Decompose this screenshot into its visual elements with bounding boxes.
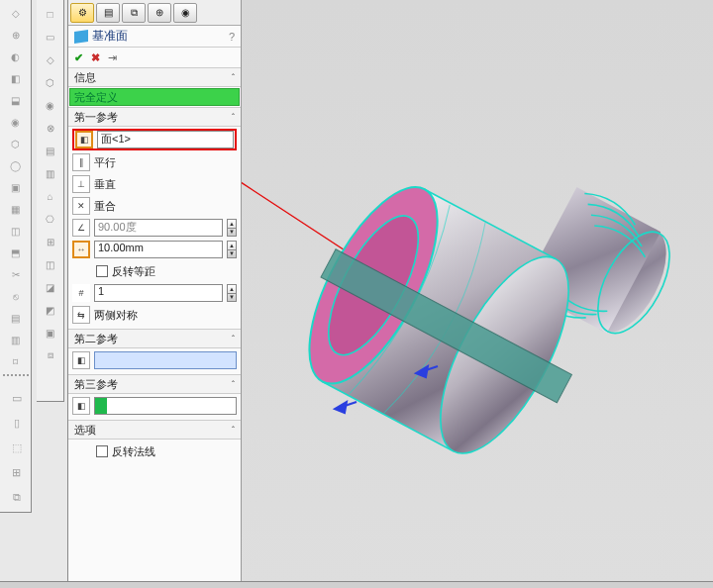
bottom-border: [0, 581, 713, 588]
tool-icon[interactable]: ⎔: [39, 209, 62, 229]
tool-icon[interactable]: ◇: [2, 4, 30, 22]
tab-featuremanager[interactable]: ⚙: [70, 3, 94, 23]
chevron-up-icon: ˆ: [232, 72, 235, 82]
selection-input[interactable]: 面<1>: [97, 131, 234, 148]
tool-icon[interactable]: ◪: [39, 277, 62, 297]
tool-icon[interactable]: ⧈: [39, 345, 62, 365]
tool-icon[interactable]: ▭: [39, 27, 62, 47]
face-selection-icon[interactable]: ◧: [72, 397, 90, 415]
confirmation-row: ✔ ✖ ⇥: [68, 48, 241, 67]
selection-input[interactable]: [94, 351, 237, 369]
tool-icon[interactable]: ▣: [2, 178, 30, 196]
section-options[interactable]: 选项 ˆ: [68, 420, 241, 440]
checkbox-label: 反转法线: [112, 444, 155, 459]
angle-row: ∠ 90.00度 ▲▼: [72, 218, 237, 238]
cancel-button[interactable]: ✖: [91, 51, 100, 64]
reverse-offset-row[interactable]: 反转等距: [72, 261, 237, 281]
tool-icon[interactable]: ◯: [2, 156, 30, 174]
angle-input[interactable]: 90.00度: [94, 219, 223, 237]
distance-row: ↔ 10.00mm ▲▼: [72, 240, 237, 259]
first-reference-content: ◧ 面<1> ∥ 平行 ⊥ 垂直 ✕ 重合 ∠ 90.00度 ▲▼ ↔ 10.0…: [68, 127, 241, 329]
tool-icon[interactable]: ⬡: [2, 135, 30, 152]
option-parallel[interactable]: ∥ 平行: [72, 152, 237, 172]
angle-spinner[interactable]: ▲▼: [227, 219, 237, 237]
propertymanager-panel: ⚙ ▤ ⧉ ⊕ ◉ 基准面 ? ✔ ✖ ⇥ 信息 ˆ 完全定义 第一参考 ˆ ◧…: [67, 0, 242, 588]
distance-icon[interactable]: ↔: [72, 241, 90, 258]
tool-icon[interactable]: ⊞: [3, 462, 31, 482]
tab-propertymanager[interactable]: ▤: [96, 3, 120, 23]
tool-icon[interactable]: ⬡: [39, 72, 62, 92]
options-content: 反转法线: [68, 440, 241, 465]
instances-input[interactable]: 1: [94, 284, 223, 302]
reverse-offset-checkbox[interactable]: [96, 265, 108, 277]
command-bar-mid: □ ▭ ◇ ⬡ ◉ ⊗ ▤ ▥ ⌂ ⎔ ⊞ ◫ ◪ ◩ ▣ ⧈: [37, 0, 64, 402]
tool-icon[interactable]: ⊗: [39, 118, 62, 138]
tool-icon[interactable]: ⎋: [2, 287, 30, 305]
tool-icon[interactable]: ▤: [39, 141, 62, 160]
instances-icon: #: [72, 284, 90, 302]
graphics-viewport[interactable]: [242, 0, 713, 588]
section-info[interactable]: 信息 ˆ: [68, 67, 241, 87]
section-label: 选项: [74, 423, 96, 438]
section-second-reference[interactable]: 第二参考 ˆ: [68, 329, 241, 348]
distance-spinner[interactable]: ▲▼: [227, 241, 237, 258]
option-label: 两侧对称: [94, 308, 138, 323]
tool-icon[interactable]: ⧉: [3, 487, 31, 507]
option-perpendicular[interactable]: ⊥ 垂直: [72, 174, 237, 194]
second-reference-content: ◧: [68, 348, 241, 374]
tool-icon[interactable]: ▤: [2, 309, 30, 327]
face-selection-icon[interactable]: ◧: [75, 131, 93, 148]
tool-icon[interactable]: ⌂: [39, 186, 62, 206]
help-icon[interactable]: ?: [229, 31, 235, 43]
scene-svg: [242, 0, 713, 588]
face-selection-icon[interactable]: ◧: [72, 351, 90, 369]
reverse-normal-checkbox[interactable]: [96, 445, 108, 457]
option-label: 平行: [94, 155, 116, 170]
tool-icon[interactable]: □: [39, 4, 62, 24]
ok-button[interactable]: ✔: [74, 51, 83, 64]
tool-icon[interactable]: ◧: [2, 69, 30, 87]
tab-configmanager[interactable]: ⧉: [122, 3, 146, 23]
tab-dimxpert[interactable]: ⊕: [148, 3, 171, 23]
separator: [3, 374, 29, 378]
tool-icon[interactable]: ⌑: [2, 352, 30, 370]
tool-icon[interactable]: ⊞: [39, 232, 62, 251]
selection-row: ◧: [72, 396, 237, 416]
section-first-reference[interactable]: 第一参考 ˆ: [68, 107, 241, 127]
reverse-normal-row[interactable]: 反转法线: [72, 441, 237, 461]
tool-icon[interactable]: ▣: [39, 323, 62, 343]
section-label: 第三参考: [74, 377, 118, 392]
midplane-row[interactable]: ⇆ 两侧对称: [72, 305, 237, 325]
tool-icon[interactable]: ▭: [3, 388, 31, 408]
tool-icon[interactable]: ◐: [2, 48, 30, 65]
tab-display[interactable]: ◉: [173, 3, 197, 23]
tool-icon[interactable]: ◫: [39, 254, 62, 274]
tool-icon[interactable]: ▯: [3, 413, 31, 433]
pin-button[interactable]: ⇥: [108, 51, 117, 64]
instances-row: # 1 ▲▼: [72, 283, 237, 303]
tool-icon[interactable]: ▥: [2, 331, 30, 348]
chevron-up-icon: ˆ: [232, 379, 235, 389]
tool-icon[interactable]: ⊕: [2, 26, 30, 44]
tool-icon[interactable]: ✂: [2, 265, 30, 283]
distance-input[interactable]: 10.00mm: [94, 241, 223, 258]
tool-icon[interactable]: ◉: [39, 95, 62, 115]
option-coincident[interactable]: ✕ 重合: [72, 196, 237, 216]
selection-input[interactable]: [94, 397, 237, 415]
parallel-icon: ∥: [72, 153, 90, 171]
instances-spinner[interactable]: ▲▼: [227, 284, 237, 302]
tool-icon[interactable]: ◫: [2, 222, 30, 240]
tool-icon[interactable]: ⬒: [2, 244, 30, 261]
section-third-reference[interactable]: 第三参考 ˆ: [68, 374, 241, 394]
tool-icon[interactable]: ▥: [39, 163, 62, 183]
tool-icon[interactable]: ◩: [39, 300, 62, 320]
tool-icon[interactable]: ◇: [39, 49, 62, 69]
tool-icon[interactable]: ▦: [2, 200, 30, 218]
third-reference-content: ◧: [68, 394, 241, 420]
tool-icon[interactable]: ◉: [2, 113, 30, 131]
midplane-icon: ⇆: [72, 306, 90, 324]
chevron-up-icon: ˆ: [232, 112, 235, 122]
tool-icon[interactable]: ⬓: [2, 91, 30, 109]
command-bar-secondary: ▭ ▯ ⬚ ⊞ ⧉: [0, 382, 33, 588]
tool-icon[interactable]: ⬚: [3, 438, 31, 457]
